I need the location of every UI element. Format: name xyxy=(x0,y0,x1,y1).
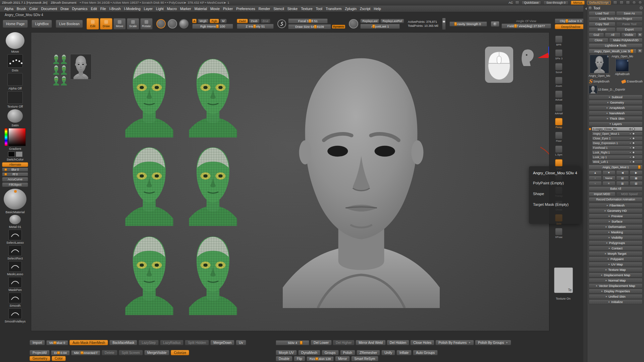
z-intensity-slider[interactable]: Z Intensity 51 xyxy=(237,24,274,29)
palette-section-layers[interactable]: Layers xyxy=(589,121,643,126)
palette-section[interactable]: Display Properties xyxy=(589,289,643,294)
live-boolean-button[interactable]: Live Boolean xyxy=(56,20,83,28)
mode-button[interactable]: Edit xyxy=(87,18,99,29)
load-tool-button[interactable]: Load Tool xyxy=(589,11,615,16)
import-mdd-button[interactable]: Import MDD xyxy=(589,192,615,196)
menu-item[interactable]: Light xyxy=(154,7,165,11)
layer-intensity-dot[interactable] xyxy=(629,147,631,149)
user-icon[interactable] xyxy=(613,1,617,4)
switch-color-swatches[interactable] xyxy=(8,152,22,157)
menu-item[interactable]: Preferences xyxy=(234,7,257,11)
layer-row[interactable]: Angry_Open_Mout 1 xyxy=(592,131,643,136)
menu-item[interactable]: Zscript xyxy=(358,7,372,11)
layer-intensity-dot[interactable] xyxy=(629,133,631,135)
menu-item[interactable]: Color xyxy=(28,7,39,11)
z-channel-button[interactable]: Zadd xyxy=(237,19,248,23)
bottom-button[interactable]: Dist 0.04 xyxy=(51,350,70,355)
fillobject-button[interactable]: FillObject xyxy=(2,182,28,187)
layer-visibility-icon[interactable] xyxy=(632,128,635,130)
layer-visibility-icon[interactable] xyxy=(632,161,635,163)
layer-row[interactable]: Look_Right 1 xyxy=(592,150,643,155)
lightbox-button[interactable]: LightBox xyxy=(32,20,52,28)
viewport-toggle[interactable]: Persp xyxy=(555,118,562,129)
bottom-button[interactable]: Min Connected f xyxy=(71,350,100,355)
menu-item[interactable]: Help xyxy=(372,7,383,11)
bottom-button[interactable]: BackfaceMask xyxy=(109,340,137,345)
brush-preset-thumbnail[interactable] xyxy=(8,293,22,303)
metal-material-thumbnail[interactable] xyxy=(9,215,21,224)
layer-tool-button[interactable]: ▧ xyxy=(630,181,643,186)
viewport-toggle[interactable]: AAHalf xyxy=(555,104,562,115)
menu-item[interactable]: I-Brush xyxy=(108,7,122,11)
viewport-toggle[interactable]: Floor xyxy=(555,132,562,142)
viewport-toggle[interactable]: SPix 3 xyxy=(555,49,562,60)
clone-button[interactable]: Clone xyxy=(589,38,608,43)
menu-item[interactable]: Tool xyxy=(314,7,324,11)
palette-section[interactable]: Masking xyxy=(589,230,643,235)
stroke-circle-icon[interactable] xyxy=(168,19,177,28)
geometry-button[interactable]: Polish By Groups xyxy=(475,340,511,345)
viewport-toggle[interactable]: Zoom xyxy=(555,77,562,87)
palette-section[interactable]: UV Map xyxy=(589,262,643,267)
geometry-button[interactable]: Flip xyxy=(294,356,305,361)
session-icon[interactable] xyxy=(515,1,519,4)
layer-row[interactable]: 1 Angry_Close_Mo xyxy=(592,127,643,131)
menu-item[interactable]: Zplugin xyxy=(343,7,358,11)
layer-tool-button[interactable]: ▤ xyxy=(616,176,629,180)
bottom-button[interactable]: LazyRadius xyxy=(160,340,183,345)
current-layer-slider[interactable]: Angry_Open_Mout 1 xyxy=(589,165,643,170)
layer-intensity-dot[interactable] xyxy=(629,142,631,144)
texture-flyout-panel[interactable]: Te xyxy=(554,267,573,293)
menu-item[interactable]: Stencil xyxy=(272,7,286,11)
geometry-button[interactable]: Auto Groups xyxy=(413,350,438,355)
menu-item[interactable]: Transform xyxy=(324,7,343,11)
palette-gear-icon[interactable] xyxy=(640,6,643,9)
goz-visible-button[interactable]: Visible xyxy=(621,33,637,37)
rgb-intensity-slider[interactable]: Rgb Intensity 100 xyxy=(192,24,233,29)
palette-section[interactable]: ArrayMesh xyxy=(589,105,643,110)
menu-item[interactable]: Stroke xyxy=(286,7,299,11)
channel-button[interactable]: Mrgb xyxy=(198,19,209,23)
secondary-color-swatch[interactable] xyxy=(16,152,22,157)
viewport-toggle[interactable]: L.Sym xyxy=(555,145,562,156)
palette-icon[interactable] xyxy=(626,1,630,4)
layer-tool-button[interactable]: ▥ xyxy=(616,181,629,186)
layer-visibility-icon[interactable] xyxy=(632,156,635,159)
brush-preset-thumbnail[interactable] xyxy=(8,308,22,319)
viewport-toggle[interactable]: Scroll xyxy=(555,63,562,74)
menu-item[interactable]: File xyxy=(99,7,108,11)
tool-r-button[interactable]: R xyxy=(637,49,643,53)
layer-intensity-dot[interactable] xyxy=(629,128,631,130)
menu-item[interactable]: Material xyxy=(193,7,209,11)
help-circle-icon[interactable] xyxy=(638,1,642,4)
layer-visibility-icon[interactable] xyxy=(632,151,635,154)
layer-tool-button[interactable]: Name xyxy=(602,176,615,180)
field-of-view-slider[interactable]: Field of view(deg) 27.5977 xyxy=(501,23,551,28)
channel-button[interactable]: Rgb xyxy=(210,19,219,23)
bottom-button[interactable]: MergeDown xyxy=(210,340,234,345)
recent-tool-thumbnail[interactable]: 9 xyxy=(615,59,629,72)
palette-section[interactable]: Polypaint xyxy=(589,256,643,261)
stroke-s-icon[interactable] xyxy=(277,19,286,28)
menu-item[interactable]: Macro xyxy=(165,7,178,11)
palette-section[interactable]: Texture Map xyxy=(589,267,643,272)
paste-tool-button[interactable]: Paste Tool xyxy=(616,22,643,26)
palette-section[interactable]: Preview xyxy=(589,214,643,219)
menus-button[interactable]: Menus xyxy=(571,1,585,5)
dynamic-badge[interactable]: Dynamic xyxy=(332,25,345,28)
layer-row[interactable]: Wink_Left 1 xyxy=(592,160,643,164)
tool-name-slider[interactable]: Angry_Open_Mouth_Low. 50 xyxy=(589,49,637,54)
default-zscript-button[interactable]: DefaultZScript xyxy=(587,1,611,5)
blur-slider[interactable]: Blur 0 xyxy=(2,168,28,172)
current-brush-icon[interactable] xyxy=(156,19,166,28)
goz-button[interactable]: GoZ xyxy=(589,33,604,37)
mode-button[interactable]: Draw xyxy=(100,18,112,29)
color-picker[interactable] xyxy=(4,128,26,146)
geometry-button[interactable]: Smart ReSym xyxy=(351,356,378,361)
quicksave-button[interactable]: QuickSave xyxy=(522,1,541,5)
menu-item[interactable]: Draw xyxy=(59,7,70,11)
geometry-button[interactable]: DynaMesh xyxy=(298,350,320,355)
geometry-button[interactable]: Del Higher xyxy=(333,340,355,345)
material-sphere-icon[interactable] xyxy=(179,19,189,28)
palette-tab[interactable]: Geometry xyxy=(30,356,50,361)
